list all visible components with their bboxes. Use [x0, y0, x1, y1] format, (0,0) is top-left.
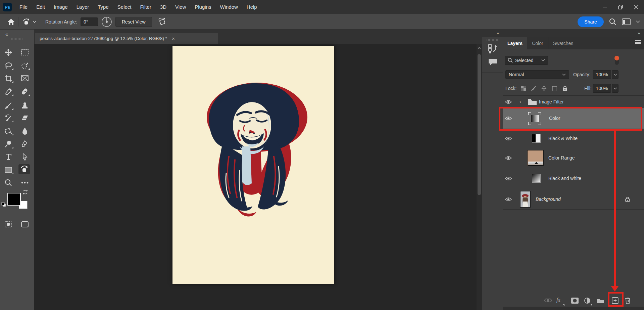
- group-folder-icon[interactable]: [597, 298, 604, 304]
- blend-mode-select[interactable]: Normal: [505, 70, 569, 79]
- rotation-angle-input[interactable]: 0°: [81, 17, 98, 26]
- layer-thumbnail[interactable]: [532, 134, 541, 143]
- opacity-chevron-icon[interactable]: [612, 70, 618, 79]
- visibility-eye-icon[interactable]: [503, 168, 514, 189]
- swap-colors-icon[interactable]: [22, 189, 28, 195]
- menu-type[interactable]: Type: [93, 0, 113, 14]
- comments-icon[interactable]: [488, 58, 497, 66]
- visibility-eye-icon[interactable]: [503, 108, 514, 129]
- menu-filter[interactable]: Filter: [136, 0, 156, 14]
- brush-tool[interactable]: [3, 100, 14, 110]
- delete-layer-icon[interactable]: [625, 297, 631, 304]
- path-selection-tool[interactable]: [19, 152, 31, 162]
- scrollbar-thumb[interactable]: [478, 54, 481, 195]
- lock-pixels-icon[interactable]: [531, 86, 536, 91]
- lock-transparency-icon[interactable]: [521, 86, 526, 91]
- canvas-vertical-scrollbar[interactable]: [477, 44, 482, 310]
- tab-swatches[interactable]: Swatches: [548, 37, 579, 49]
- menu-file[interactable]: File: [15, 0, 32, 14]
- panel-menu-icon[interactable]: [635, 40, 641, 44]
- search-icon[interactable]: [609, 18, 616, 26]
- layer-row-black-and-white[interactable]: Black and white: [503, 168, 644, 189]
- foreground-color-swatch[interactable]: [7, 193, 21, 206]
- eyedropper-tool[interactable]: [3, 87, 14, 97]
- lock-position-icon[interactable]: [541, 86, 547, 91]
- layer-row-image-filter[interactable]: › Image Filter: [503, 96, 644, 108]
- dock-strip-grip[interactable]: [487, 39, 499, 41]
- tool-preset-chevron-icon[interactable]: [33, 20, 37, 23]
- move-tool[interactable]: [3, 47, 14, 57]
- clone-stamp-tool[interactable]: [19, 100, 31, 110]
- dodge-tool[interactable]: [3, 139, 14, 149]
- lock-all-icon[interactable]: [562, 86, 567, 91]
- visibility-eye-icon[interactable]: [503, 129, 514, 148]
- menu-plugins[interactable]: Plugins: [190, 0, 215, 14]
- quick-selection-tool[interactable]: [19, 60, 31, 71]
- layer-thumbnail[interactable]: [527, 150, 544, 166]
- menu-select[interactable]: Select: [113, 0, 136, 14]
- frame-tool[interactable]: [19, 73, 31, 83]
- lock-artboard-icon[interactable]: [552, 86, 557, 91]
- visibility-eye-icon[interactable]: [503, 189, 514, 209]
- minimize-icon[interactable]: [597, 0, 612, 14]
- history-states-icon[interactable]: [488, 44, 497, 53]
- quick-mask-icon[interactable]: [3, 219, 14, 229]
- menu-help[interactable]: Help: [242, 0, 261, 14]
- fx-icon[interactable]: fx: [556, 297, 560, 303]
- close-icon[interactable]: [628, 0, 644, 14]
- link-icon[interactable]: [544, 299, 552, 302]
- layer-thumbnail[interactable]: [532, 174, 541, 183]
- menu-edit[interactable]: Edit: [32, 0, 49, 14]
- tab-close-icon[interactable]: ×: [172, 36, 175, 41]
- lasso-tool[interactable]: [3, 60, 14, 71]
- layer-mask-icon[interactable]: [571, 298, 579, 304]
- layer-row-background[interactable]: Background: [503, 189, 644, 210]
- tab-layers[interactable]: Layers: [503, 37, 527, 49]
- tab-color[interactable]: Color: [527, 37, 548, 49]
- filter-on-toggle[interactable]: [615, 56, 619, 65]
- menu-window[interactable]: Window: [215, 0, 242, 14]
- toolbar-grip[interactable]: [11, 38, 23, 40]
- type-tool[interactable]: [3, 152, 14, 162]
- menu-view[interactable]: View: [171, 0, 190, 14]
- new-layer-icon[interactable]: [612, 297, 618, 304]
- layer-thumbnail[interactable]: [520, 191, 531, 208]
- rectangular-marquee-tool[interactable]: [19, 47, 31, 57]
- layer-row-color-range[interactable]: Color Range: [503, 148, 644, 168]
- edit-toolbar-icon[interactable]: [19, 178, 31, 188]
- collapse-toolbar-icon[interactable]: «: [5, 32, 9, 37]
- fill-value[interactable]: 100%: [593, 84, 611, 93]
- rotate-view-tool-icon[interactable]: [22, 18, 31, 26]
- menu-3d[interactable]: 3D: [156, 0, 171, 14]
- canvas[interactable]: [34, 44, 482, 310]
- opacity-value[interactable]: 100%: [593, 70, 611, 79]
- eraser-tool[interactable]: [19, 113, 31, 123]
- layer-thumbnail[interactable]: [530, 115, 539, 122]
- fill-chevron-icon[interactable]: [612, 84, 618, 93]
- layer-row-color[interactable]: Color: [503, 108, 644, 129]
- rectangle-tool[interactable]: [3, 165, 14, 175]
- visibility-eye-icon[interactable]: [503, 96, 514, 108]
- visibility-eye-icon[interactable]: [503, 148, 514, 168]
- layer-row-black-and-white-adj[interactable]: Black & White: [503, 129, 644, 148]
- rotation-dial[interactable]: [101, 16, 112, 27]
- pen-tool[interactable]: [19, 139, 31, 149]
- default-colors-icon[interactable]: [1, 202, 6, 207]
- layer-filter-dropdown[interactable]: Selected: [505, 56, 548, 65]
- collapse-dock-icon[interactable]: «: [497, 31, 500, 36]
- crop-tool[interactable]: [3, 73, 14, 83]
- history-brush-tool[interactable]: [3, 113, 14, 123]
- group-chevron-icon[interactable]: ›: [519, 99, 521, 104]
- restore-icon[interactable]: [612, 0, 628, 14]
- menu-layer[interactable]: Layer: [72, 0, 94, 14]
- zoom-tool[interactable]: [3, 178, 14, 188]
- gradient-tool[interactable]: [3, 126, 14, 136]
- screen-mode-icon[interactable]: [19, 219, 31, 229]
- reset-view-button[interactable]: Reset View: [115, 17, 152, 27]
- blur-tool[interactable]: [19, 126, 31, 136]
- share-button[interactable]: Share: [578, 16, 604, 27]
- rotate-view-tool-selected[interactable]: [18, 164, 30, 174]
- workspace-switcher-icon[interactable]: [622, 18, 631, 25]
- expand-dock-icon[interactable]: »: [638, 31, 641, 36]
- document-tab[interactable]: pexels-alasdair-braxton-2773682.jpg @ 12…: [35, 33, 218, 44]
